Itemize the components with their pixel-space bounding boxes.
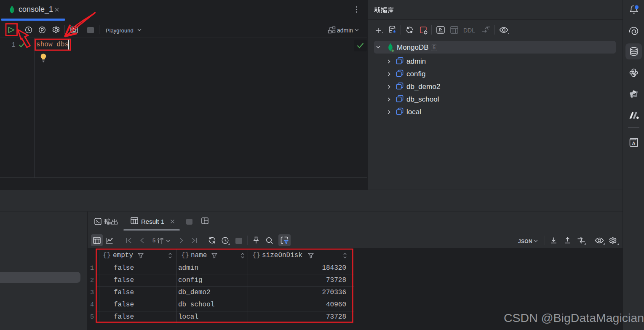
svg-text:A: A <box>632 141 636 146</box>
